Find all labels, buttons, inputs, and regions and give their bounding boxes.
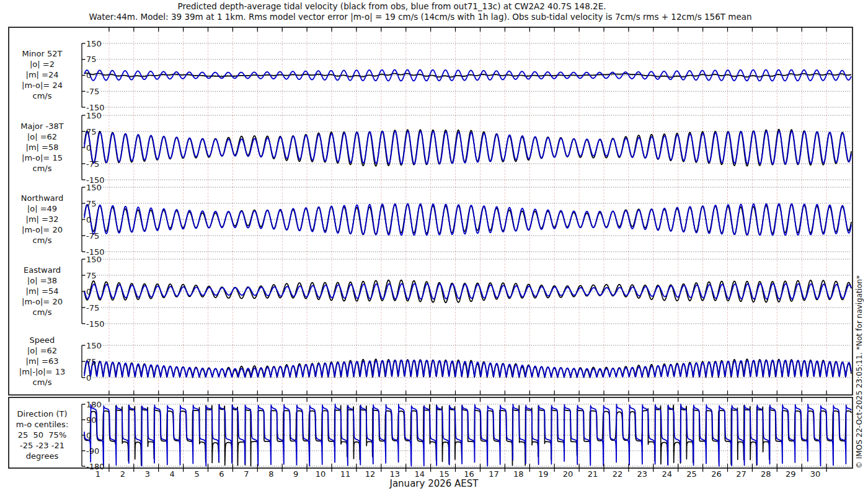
y-tick-label: 150 (86, 39, 102, 48)
day-label: 26 (711, 469, 722, 479)
chart-subtitle: Water:44m. Model: 39 39m at 1 1km. Rms m… (89, 12, 751, 22)
day-label: 23 (637, 469, 648, 479)
y-tick-label: 90 (86, 415, 97, 425)
y-tick-label: 0 (86, 287, 91, 296)
x-axis-label: January 2026 AEST (390, 478, 479, 489)
panel-label-line: 25 50 75% (5, 430, 79, 440)
day-label: 12 (365, 469, 376, 479)
day-label: 2 (120, 469, 125, 479)
y-tick-label: 150 (86, 111, 102, 120)
panel-label-line: |m|-|o|= 13 (5, 366, 79, 377)
panel-label-line: cm/s (5, 307, 79, 317)
day-label: 14 (414, 469, 425, 479)
chart-canvas: 150750-75-150150750-75-150150750-75-1501… (0, 0, 868, 496)
y-tick-label: 180 (86, 400, 102, 409)
tidal-velocity-chart: 150750-75-150150750-75-150150750-75-1501… (0, 0, 868, 496)
panel-label-line: cm/s (5, 91, 79, 101)
day-label: 27 (736, 469, 746, 479)
panel-label-line: cm/s (5, 377, 79, 388)
panel-label-speed: Speed|o| =62|m| =63|m|-|o|= 13cm/s (5, 335, 79, 388)
y-tick-label: -150 (86, 319, 105, 329)
y-tick-label: 0 (86, 373, 91, 383)
panel-label-line: |m-o|= 20 (5, 296, 79, 307)
panel-label-line: Speed (5, 335, 79, 345)
day-label: 15 (439, 469, 450, 479)
day-label: 19 (538, 469, 549, 479)
day-label: 11 (340, 469, 351, 479)
day-label: 13 (390, 469, 401, 479)
day-label: 5 (194, 469, 199, 479)
panel-label-line: |m| =32 (5, 214, 79, 224)
panel-label-major-38t: Major -38T|o| =62|m| =58|m-o|= 15cm/s (5, 121, 79, 174)
y-tick-label: 150 (86, 255, 102, 264)
panel-label-line: degrees (5, 451, 79, 461)
panel-label-line: Direction (T) (5, 409, 79, 419)
y-tick-label: 75 (86, 55, 97, 64)
panel-label-line: Minor 52T (5, 48, 79, 59)
panel-label-line: Major -38T (5, 121, 79, 131)
day-label: 16 (464, 469, 474, 479)
copyright-watermark: © IMOS 22-Oct-2025 23:05:11. *Not for na… (855, 275, 864, 469)
day-label: 9 (293, 469, 298, 479)
y-tick-label: 150 (86, 183, 102, 192)
panel-label-line: |m| =54 (5, 286, 79, 296)
panel-label-line: -25 -23 -21 (5, 440, 79, 451)
day-label: 28 (761, 469, 771, 479)
series-model-speed (84, 360, 851, 377)
panel-label-line: |o| =62 (5, 131, 79, 142)
panel-label-line: |m| =58 (5, 142, 79, 153)
y-tick-label: 75 (86, 199, 97, 208)
panel-label-line: |m-o|= 24 (5, 80, 79, 91)
y-tick-label: -75 (86, 231, 99, 241)
panel-label-line: |m| =63 (5, 356, 79, 366)
panel-label-line: Eastward (5, 265, 79, 275)
day-label: 30 (810, 469, 821, 479)
day-label: 7 (244, 469, 249, 479)
chart-title: Predicted depth-average tidal velocity (… (177, 1, 606, 11)
panel-label-line: |o| =49 (5, 203, 79, 214)
panel-label-line: cm/s (5, 163, 79, 174)
y-tick-label: 0 (86, 215, 91, 224)
y-tick-label: 0 (86, 143, 91, 153)
y-tick-label: -90 (86, 446, 99, 456)
day-label: 22 (613, 469, 623, 479)
day-label: 24 (662, 469, 672, 479)
day-label: 18 (513, 469, 524, 479)
day-label: 25 (686, 469, 697, 479)
panel-label-line: |o| =38 (5, 275, 79, 286)
day-label: 3 (145, 469, 150, 479)
day-label: 21 (588, 469, 598, 479)
panel-label-line: |o| =2 (5, 59, 79, 69)
panel-label-northward: Northward|o| =49|m| =32|m-o|= 20cm/s (5, 193, 79, 246)
panel-label-direction-t: Direction (T)m-o centiles:25 50 75%-25 -… (5, 409, 79, 461)
day-label: 1 (95, 469, 100, 479)
y-tick-label: 75 (86, 357, 97, 366)
panel-label-line: cm/s (5, 235, 79, 246)
panel-label-line: |m-o|= 20 (5, 224, 79, 235)
day-label: 6 (219, 469, 224, 479)
panel-label-eastward: Eastward|o| =38|m| =54|m-o|= 20cm/s (5, 265, 79, 317)
y-tick-label: 0 (86, 431, 91, 440)
panel-label-line: |m| =24 (5, 69, 79, 80)
panel-label-line: |m-o|= 15 (5, 153, 79, 163)
panel-label-minor-52t: Minor 52T|o| =2|m| =24|m-o|= 24cm/s (5, 48, 79, 101)
day-label: 4 (170, 469, 175, 479)
y-tick-label: -75 (86, 159, 99, 169)
y-tick-label: 75 (86, 127, 97, 136)
y-tick-label: 0 (86, 71, 91, 80)
day-label: 20 (563, 469, 574, 479)
day-label: 10 (316, 469, 326, 479)
day-label: 8 (268, 469, 273, 479)
day-label: 17 (489, 469, 499, 479)
panel-label-line: Northward (5, 193, 79, 203)
panel-label-line: m-o centiles: (5, 419, 79, 430)
y-tick-label: 150 (86, 341, 102, 350)
day-label: 29 (786, 469, 796, 479)
y-tick-label: -75 (86, 303, 99, 312)
y-tick-label: -75 (86, 87, 99, 96)
y-tick-label: 75 (86, 271, 97, 280)
panel-label-line: |o| =62 (5, 345, 79, 356)
